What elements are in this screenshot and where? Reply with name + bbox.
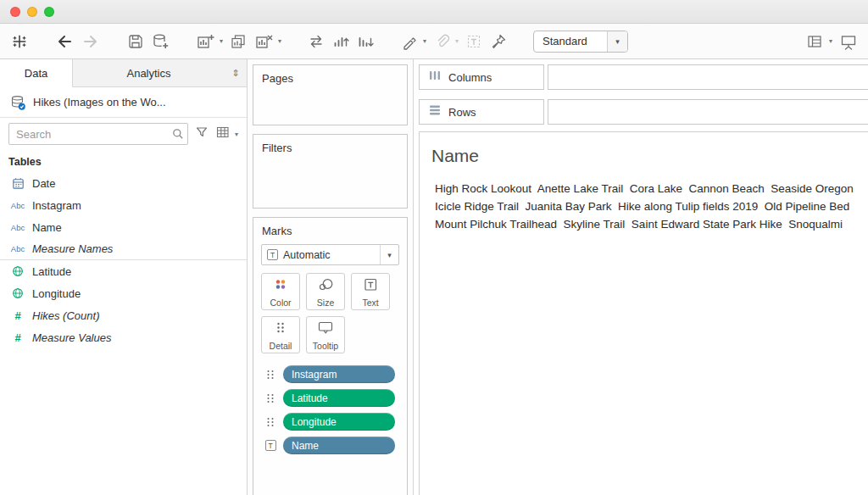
show-mark-labels-icon[interactable]: [465, 29, 483, 54]
text-button[interactable]: Text: [351, 273, 390, 310]
fit-dropdown[interactable]: Standard ▾: [533, 31, 628, 53]
columns-shelf-header: Columns: [419, 64, 544, 90]
pill-longitude[interactable]: Longitude: [283, 413, 395, 431]
text-icon: [361, 276, 380, 297]
redo-button[interactable]: [81, 29, 101, 54]
columns-shelf-row: Columns: [419, 64, 868, 90]
field-row-longitude[interactable]: Longitude: [0, 282, 247, 304]
minimize-window-button[interactable]: [27, 7, 37, 17]
pill-row: Longitude: [262, 413, 403, 431]
detail-icon[interactable]: [262, 392, 279, 404]
swap-rows-columns-icon[interactable]: [307, 29, 326, 54]
color-label: Color: [270, 298, 291, 308]
field-row-name[interactable]: Abc Name: [0, 216, 247, 238]
marks-buttons: Color Size Text: [261, 273, 397, 353]
close-window-button[interactable]: [10, 7, 20, 17]
field-row-date[interactable]: Date: [0, 172, 247, 194]
show-hide-cards-icon[interactable]: [805, 29, 824, 54]
filter-fields-icon[interactable]: [194, 125, 209, 143]
text-mark-line[interactable]: Mount Pilchuk Trailhead Skyline Trail Sa…: [435, 215, 868, 233]
abc-icon: Abc: [8, 201, 27, 210]
field-row-hikes-count[interactable]: # Hikes (Count): [0, 304, 247, 326]
pane-toggle-icon[interactable]: ⇕: [225, 59, 247, 87]
save-button[interactable]: [126, 29, 145, 54]
tooltip-button[interactable]: Tooltip: [306, 316, 345, 353]
new-data-source-icon[interactable]: [151, 29, 170, 54]
text-mark-icon[interactable]: T: [262, 440, 279, 451]
mark-type-dropdown[interactable]: T Automatic ▾: [261, 244, 399, 265]
field-label: Longitude: [32, 287, 81, 300]
pages-shelf[interactable]: Pages: [253, 64, 408, 125]
view-area: Columns Rows Name High Rock Lookout Anet…: [414, 59, 868, 495]
datasource-icon: [8, 94, 27, 111]
toolbar: ▾ ▾: [0, 24, 868, 59]
detail-icon[interactable]: [262, 369, 279, 381]
sheet-title[interactable]: Name: [420, 132, 868, 166]
pill-instagram[interactable]: Instagram: [283, 365, 395, 383]
tableau-logo-icon[interactable]: [10, 29, 29, 54]
text-mark-line[interactable]: Icicle Ridge Trail Juanita Bay Park Hike…: [435, 197, 868, 215]
sheet-text-marks: High Rock Lookout Anette Lake Trail Cora…: [420, 166, 868, 233]
search-row: ▾: [0, 118, 247, 150]
search-box[interactable]: [8, 123, 188, 145]
traffic-lights: [10, 7, 54, 17]
titlebar: [0, 0, 868, 24]
chevron-down-icon[interactable]: ▾: [423, 37, 426, 45]
search-input[interactable]: [9, 128, 169, 141]
detail-icon[interactable]: [262, 416, 279, 428]
chevron-down-icon[interactable]: ▾: [235, 131, 238, 138]
tab-data[interactable]: Data: [0, 59, 73, 87]
chevron-down-icon[interactable]: ▾: [220, 37, 223, 45]
field-label: Measure Names: [32, 242, 113, 255]
pill-latitude[interactable]: Latitude: [283, 389, 395, 407]
columns-shelf-drop[interactable]: [548, 64, 868, 90]
duplicate-sheet-icon[interactable]: [229, 29, 248, 54]
datasource-row[interactable]: Hikes (Images on the Wo...: [0, 87, 247, 118]
field-row-measure-values[interactable]: # Measure Values: [0, 326, 247, 348]
filters-shelf[interactable]: Filters: [253, 134, 408, 209]
field-row-latitude[interactable]: Latitude: [0, 260, 247, 282]
size-label: Size: [317, 298, 334, 308]
marks-pills: Instagram Latitude Longitude: [262, 365, 403, 454]
chevron-down-icon[interactable]: ▾: [380, 245, 398, 264]
clear-sheet-icon[interactable]: [253, 29, 274, 54]
detail-icon: [271, 320, 290, 340]
view-data-grid-icon[interactable]: [215, 125, 231, 143]
calendar-icon: [8, 176, 27, 191]
pill-row: T Name: [262, 437, 403, 454]
main-content: Data Analytics ⇕ Hikes (Images on the Wo…: [0, 59, 868, 495]
undo-button[interactable]: [54, 29, 75, 54]
rows-shelf-row: Rows: [419, 99, 868, 125]
marks-card[interactable]: Marks T Automatic ▾ Color: [253, 217, 408, 495]
field-label: Date: [32, 177, 55, 190]
rows-label: Rows: [448, 106, 476, 119]
text-mark-line[interactable]: High Rock Lookout Anette Lake Trail Cora…: [435, 180, 868, 197]
zoom-window-button[interactable]: [44, 7, 54, 17]
chevron-down-icon[interactable]: ▾: [455, 37, 459, 45]
color-button[interactable]: Color: [261, 273, 300, 310]
worksheet-view: Name High Rock Lookout Anette Lake Trail…: [419, 131, 868, 495]
pages-label: Pages: [253, 65, 407, 88]
chevron-down-icon[interactable]: ▾: [278, 37, 281, 45]
detail-button[interactable]: Detail: [261, 316, 300, 353]
sort-descending-icon[interactable]: [356, 29, 375, 54]
rows-shelf-drop[interactable]: [548, 99, 868, 125]
pill-name[interactable]: Name: [283, 437, 395, 454]
search-icon: [169, 127, 187, 141]
group-members-icon[interactable]: [432, 29, 451, 54]
field-label: Name: [32, 221, 62, 234]
field-row-instagram[interactable]: Abc Instagram: [0, 194, 247, 216]
number-icon: #: [8, 309, 27, 322]
size-button[interactable]: Size: [306, 273, 345, 310]
field-row-measure-names[interactable]: Abc Measure Names: [0, 238, 247, 260]
sort-ascending-icon[interactable]: [331, 29, 350, 54]
chevron-down-icon[interactable]: ▾: [829, 37, 832, 45]
fix-axes-pin-icon[interactable]: [489, 29, 508, 54]
tooltip-icon: [316, 320, 335, 340]
tab-analytics[interactable]: Analytics: [73, 59, 225, 87]
presentation-mode-icon[interactable]: [839, 29, 858, 54]
chevron-down-icon[interactable]: ▾: [607, 31, 627, 52]
new-worksheet-button[interactable]: [195, 29, 215, 54]
text-mark-icon: T: [267, 249, 278, 260]
highlight-icon[interactable]: [400, 29, 419, 54]
